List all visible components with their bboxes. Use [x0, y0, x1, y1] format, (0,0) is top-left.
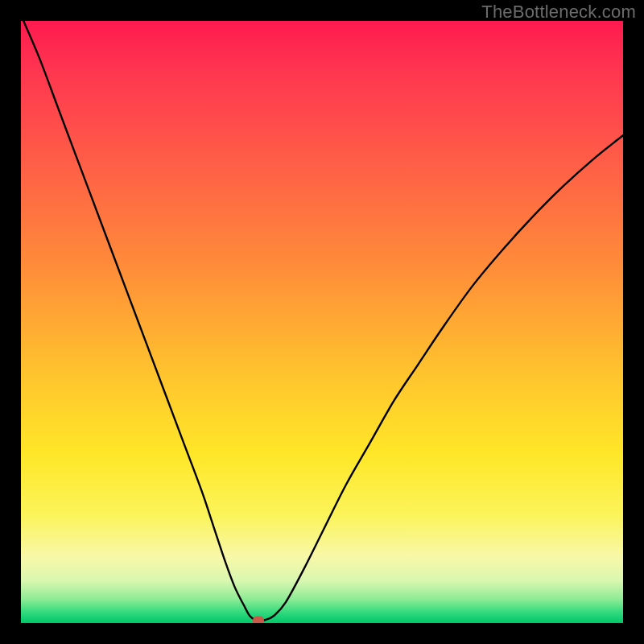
chart-frame: TheBottleneck.com: [0, 0, 644, 644]
plot-area: [21, 21, 623, 623]
minimum-marker-icon: [253, 617, 264, 624]
watermark-text: TheBottleneck.com: [481, 2, 636, 23]
bottleneck-curve: [21, 21, 623, 623]
